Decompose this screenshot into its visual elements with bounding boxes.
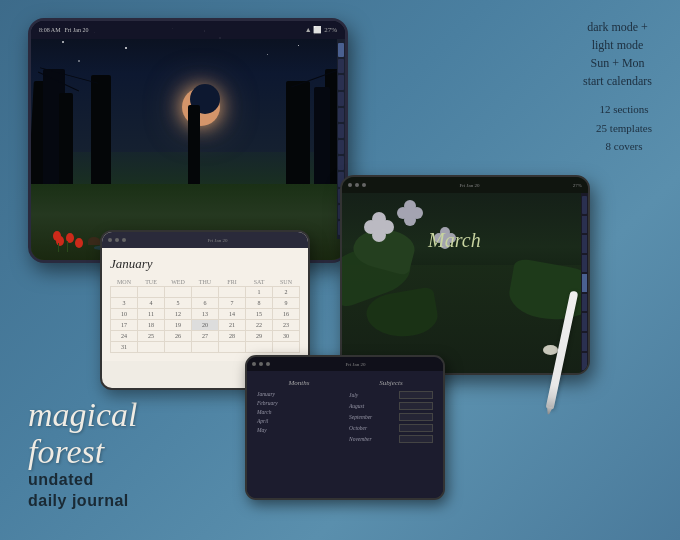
month-label: September: [349, 414, 399, 420]
cal-day: 22: [246, 320, 273, 331]
dot: [266, 362, 270, 366]
cal-day: 2: [273, 287, 300, 298]
tablet-main: 8:08 AM Fri Jan 20 ▲ ⬜ 27%: [28, 18, 348, 263]
cal-day: 20: [192, 320, 219, 331]
march-tab[interactable]: [582, 274, 587, 292]
month-label: August: [349, 403, 399, 409]
cal-day: [138, 342, 165, 353]
tab-item[interactable]: [338, 140, 344, 154]
star: [62, 41, 64, 43]
tablet-index: Fri Jan 20 Months January February March…: [245, 355, 445, 500]
dot: [252, 362, 256, 366]
month-label: October: [349, 425, 399, 431]
index-box: [399, 413, 433, 421]
cal-day: 17: [111, 320, 138, 331]
cal-header-fri: FRI: [219, 278, 246, 287]
features-list: 12 sections 25 templates 8 covers: [596, 100, 652, 156]
march-tab[interactable]: [582, 255, 587, 273]
star: [125, 47, 127, 49]
tab-item[interactable]: [338, 59, 344, 73]
cal-day: 25: [138, 331, 165, 342]
cal-header-wed: WED: [165, 278, 192, 287]
cal-day: 30: [273, 331, 300, 342]
tab-item[interactable]: [338, 156, 344, 170]
cal-day: 19: [165, 320, 192, 331]
tree: [59, 93, 73, 189]
months-col: Months January February March April May: [257, 379, 341, 490]
index-row: May: [257, 427, 341, 433]
star: [78, 60, 80, 62]
cal-day: 23: [273, 320, 300, 331]
cal-week: 10111213141516: [111, 309, 300, 320]
calendar-grid: MON TUE WED THU FRI SAT SUN 12 3456789 1…: [110, 278, 300, 353]
cal-day: [219, 342, 246, 353]
stem: [67, 241, 68, 252]
index-row: October: [349, 424, 433, 432]
forest-silhouette: [31, 69, 345, 189]
cal-week: 24252627282930: [111, 331, 300, 342]
cal-header-sat: SAT: [246, 278, 273, 287]
index-box: [399, 424, 433, 432]
index-body: Months January February March April May …: [247, 371, 443, 498]
poppy: [53, 231, 61, 241]
march-topbar: Fri Jan 20 27%: [342, 177, 588, 193]
poppy: [75, 238, 83, 248]
cal-day: [138, 287, 165, 298]
cal-day: [192, 342, 219, 353]
month-label: November: [349, 436, 399, 442]
dot: [362, 183, 366, 187]
cal-week: 31: [111, 342, 300, 353]
cal-week: 17181920212223: [111, 320, 300, 331]
cal-day: 16: [273, 309, 300, 320]
march-tab-strip: [581, 193, 588, 373]
covers-count: 8 covers: [596, 137, 652, 156]
month-label: April: [257, 418, 307, 424]
cal-day: 29: [246, 331, 273, 342]
march-tab[interactable]: [582, 353, 587, 371]
dot: [122, 238, 126, 242]
cal-day: 7: [219, 298, 246, 309]
tab-item[interactable]: [338, 43, 344, 57]
star: [298, 45, 299, 46]
march-tab[interactable]: [582, 196, 587, 214]
months-col2-title: Subjects: [349, 379, 433, 387]
march-tab[interactable]: [582, 235, 587, 253]
cal-header-thu: THU: [192, 278, 219, 287]
title-undated: undated: [28, 470, 138, 491]
tab-item[interactable]: [338, 92, 344, 106]
status-icons: ▲ ⬜ 27%: [305, 26, 337, 34]
tab-item[interactable]: [338, 75, 344, 89]
title-daily: daily journal: [28, 491, 138, 512]
tree: [91, 75, 111, 189]
cal-header-mon: MON: [111, 278, 138, 287]
main-topbar: 8:08 AM Fri Jan 20 ▲ ⬜ 27%: [31, 21, 345, 39]
mode-info-4: start calendars: [583, 72, 652, 90]
dot: [108, 238, 112, 242]
index-box: [399, 402, 433, 410]
cal-day: 12: [165, 309, 192, 320]
cal-header-tue: TUE: [138, 278, 165, 287]
march-tab[interactable]: [582, 294, 587, 312]
cal-day: 13: [192, 309, 219, 320]
index-row: July: [349, 391, 433, 399]
cal-week: 12: [111, 287, 300, 298]
index-row: March: [257, 409, 341, 415]
stem: [58, 243, 59, 252]
index-row: April: [257, 418, 341, 424]
templates-count: 25 templates: [596, 119, 652, 138]
tab-item[interactable]: [338, 108, 344, 122]
march-tab[interactable]: [582, 333, 587, 351]
month-label: July: [349, 392, 399, 398]
index-row: September: [349, 413, 433, 421]
tree: [286, 81, 310, 189]
cal-week: 3456789: [111, 298, 300, 309]
title-forest: forest: [28, 433, 138, 470]
tab-item[interactable]: [338, 124, 344, 138]
cal-day: 1: [246, 287, 273, 298]
index-topbar: Fri Jan 20: [247, 357, 443, 371]
dot: [348, 183, 352, 187]
cal-day: 11: [138, 309, 165, 320]
march-tab[interactable]: [582, 313, 587, 331]
months-col-title: Months: [257, 379, 341, 387]
march-tab[interactable]: [582, 216, 587, 234]
